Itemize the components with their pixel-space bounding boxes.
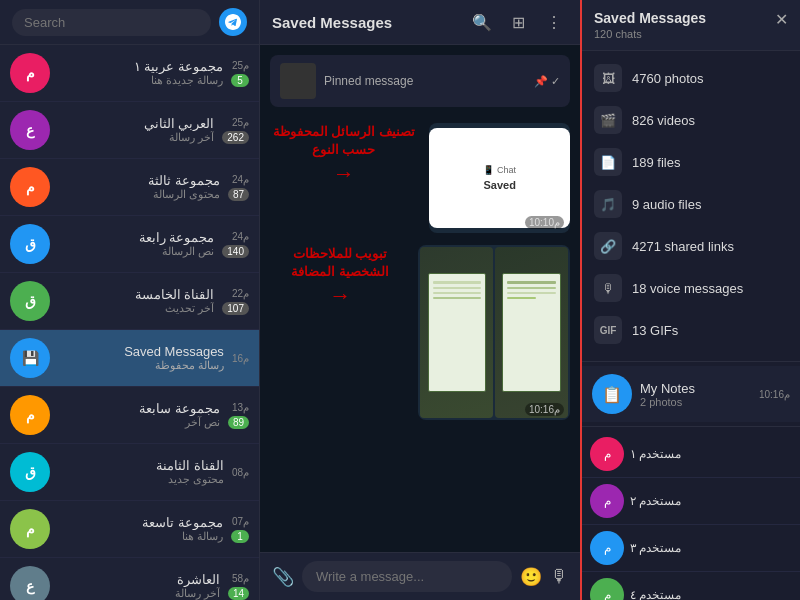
annotation-arrow-1: → xyxy=(333,161,355,187)
message-row-2: تبويب للملاحظات الشخصية المضافة → xyxy=(270,245,570,420)
voice-item[interactable]: 🎙 18 voice messages xyxy=(582,267,800,309)
avatar: ع xyxy=(10,110,50,150)
rp-chat-item[interactable]: م مستخدم ٤ xyxy=(582,572,800,600)
videos-label: 826 videos xyxy=(632,113,695,128)
my-notes-name: My Notes xyxy=(640,381,751,396)
rp-avatar: م xyxy=(590,484,624,518)
my-notes-sub: 2 photos xyxy=(640,396,751,408)
search-button[interactable]: 🔍 xyxy=(468,8,496,36)
message-time-1: م10:10 xyxy=(525,216,564,229)
divider xyxy=(582,361,800,362)
note-card: 📱 Chat Saved xyxy=(429,128,570,228)
avatar: ع xyxy=(10,566,50,600)
unread-badge: 140 xyxy=(222,245,249,258)
input-bar: 📎 🙂 🎙 xyxy=(260,552,580,600)
links-item[interactable]: 🔗 4271 shared links xyxy=(582,225,800,267)
chat-item[interactable]: ع العربي الثاني آخر رسالة م25 262 xyxy=(0,102,259,159)
chat-item[interactable]: م مجموعة عربية ١ رسالة جديدة هنا م25 5 xyxy=(0,45,259,102)
avatar: م xyxy=(10,395,50,435)
chat-item[interactable]: م مجموعة سابعة نص آخر م13 89 xyxy=(0,387,259,444)
right-mini-chat-list: م مستخدم ١ م مستخدم ٢ م مستخدم ٣ م مستخد… xyxy=(582,431,800,600)
pinned-message[interactable]: Pinned message 📌 ✓ xyxy=(270,55,570,107)
chat-item[interactable]: ق مجموعة رابعة نص الرسالة م24 140 xyxy=(0,216,259,273)
media-categories: 🖼 4760 photos 🎬 826 videos 📄 189 files 🎵… xyxy=(582,51,800,357)
pinned-label: Pinned message xyxy=(324,74,413,88)
attachment-icon[interactable]: 📎 xyxy=(272,566,294,588)
chat-item-active[interactable]: 💾 Saved Messages رسالة محفوظة م16 xyxy=(0,330,259,387)
close-button[interactable]: ✕ xyxy=(775,10,788,29)
unread-badge: 87 xyxy=(228,188,249,201)
chat-item[interactable]: ق القناة الخامسة آخر تحديث م22 107 xyxy=(0,273,259,330)
main-chat: Saved Messages 🔍 ⊞ ⋮ Pinned message 📌 ✓ … xyxy=(260,0,580,600)
my-notes-time: م10:16 xyxy=(759,389,790,400)
search-input[interactable] xyxy=(12,9,211,36)
links-label: 4271 shared links xyxy=(632,239,734,254)
microphone-icon[interactable]: 🎙 xyxy=(550,566,568,587)
avatar: م xyxy=(10,509,50,549)
gif-label: 13 GIFs xyxy=(632,323,678,338)
rp-chat-name: مستخدم ٣ xyxy=(630,541,681,555)
video-icon: 🎬 xyxy=(594,106,622,134)
audio-label: 9 audio files xyxy=(632,197,701,212)
unread-badge: 89 xyxy=(228,416,249,429)
annotation-1: تصنيف الرسائل المحفوظة حسب النوع → xyxy=(270,123,417,187)
rp-chat-name: مستخدم ١ xyxy=(630,447,681,461)
my-notes-avatar: 📋 xyxy=(592,374,632,414)
chat-item[interactable]: ع العاشرة آخر رسالة م58 14 xyxy=(0,558,259,600)
emoji-icon[interactable]: 🙂 xyxy=(520,566,542,588)
gif-item[interactable]: GIF 13 GIFs xyxy=(582,309,800,351)
unread-badge: 14 xyxy=(228,587,249,600)
chat-item[interactable]: م مجموعة تاسعة رسالة هنا م07 1 xyxy=(0,501,259,558)
chat-header: Saved Messages 🔍 ⊞ ⋮ xyxy=(260,0,580,45)
rp-avatar: م xyxy=(590,578,624,600)
message-input[interactable] xyxy=(302,561,512,592)
divider xyxy=(582,426,800,427)
message-bubble-1: 📱 Chat Saved م10:10 xyxy=(429,123,570,233)
chat-item[interactable]: م مجموعة ثالثة محتوى الرسالة م24 87 xyxy=(0,159,259,216)
right-panel: Saved Messages 120 chats ✕ 🖼 4760 photos… xyxy=(580,0,800,600)
telegram-logo xyxy=(219,8,247,36)
right-panel-subtitle: 120 chats xyxy=(594,28,706,40)
avatar: ق xyxy=(10,224,50,264)
page-title: Saved Messages xyxy=(272,14,392,31)
voice-icon: 🎙 xyxy=(594,274,622,302)
message-row-1: تصنيف الرسائل المحفوظة حسب النوع → 📱 Cha… xyxy=(270,123,570,233)
voice-label: 18 voice messages xyxy=(632,281,743,296)
avatar: م xyxy=(10,53,50,93)
rp-chat-name: مستخدم ٤ xyxy=(630,588,681,600)
my-notes-info: My Notes 2 photos xyxy=(640,381,751,408)
sidebar-header xyxy=(0,0,259,45)
photos-label: 4760 photos xyxy=(632,71,704,86)
more-button[interactable]: ⋮ xyxy=(540,8,568,36)
rp-chat-item[interactable]: م مستخدم ٣ xyxy=(582,525,800,572)
messages-container: Pinned message 📌 ✓ تصنيف الرسائل المحفوظ… xyxy=(260,45,580,552)
my-notes-item[interactable]: 📋 My Notes 2 photos م10:16 xyxy=(582,366,800,422)
avatar: م xyxy=(10,167,50,207)
unread-badge: 1 xyxy=(231,530,249,543)
gif-icon: GIF xyxy=(594,316,622,344)
rp-chat-item[interactable]: م مستخدم ١ xyxy=(582,431,800,478)
right-panel-title: Saved Messages xyxy=(594,10,706,26)
chat-list: م مجموعة عربية ١ رسالة جديدة هنا م25 5 ع… xyxy=(0,45,259,600)
chat-item[interactable]: ق القناة الثامنة محتوى جديد م08 xyxy=(0,444,259,501)
unread-badge: 107 xyxy=(222,302,249,315)
files-item[interactable]: 📄 189 files xyxy=(582,141,800,183)
avatar: 💾 xyxy=(10,338,50,378)
link-icon: 🔗 xyxy=(594,232,622,260)
unread-badge: 262 xyxy=(222,131,249,144)
rp-avatar: م xyxy=(590,437,624,471)
videos-item[interactable]: 🎬 826 videos xyxy=(582,99,800,141)
message-bubble-2: م10:16 xyxy=(418,245,570,420)
audio-item[interactable]: 🎵 9 audio files xyxy=(582,183,800,225)
right-panel-header: Saved Messages 120 chats ✕ xyxy=(582,0,800,51)
photo-icon: 🖼 xyxy=(594,64,622,92)
photos-item[interactable]: 🖼 4760 photos xyxy=(582,57,800,99)
unread-badge: 5 xyxy=(231,74,249,87)
files-label: 189 files xyxy=(632,155,680,170)
avatar: ق xyxy=(10,281,50,321)
rp-chat-name: مستخدم ٢ xyxy=(630,494,681,508)
columns-button[interactable]: ⊞ xyxy=(504,8,532,36)
audio-icon: 🎵 xyxy=(594,190,622,218)
message-time-2: م10:16 xyxy=(525,403,564,416)
rp-chat-item[interactable]: م مستخدم ٢ xyxy=(582,478,800,525)
